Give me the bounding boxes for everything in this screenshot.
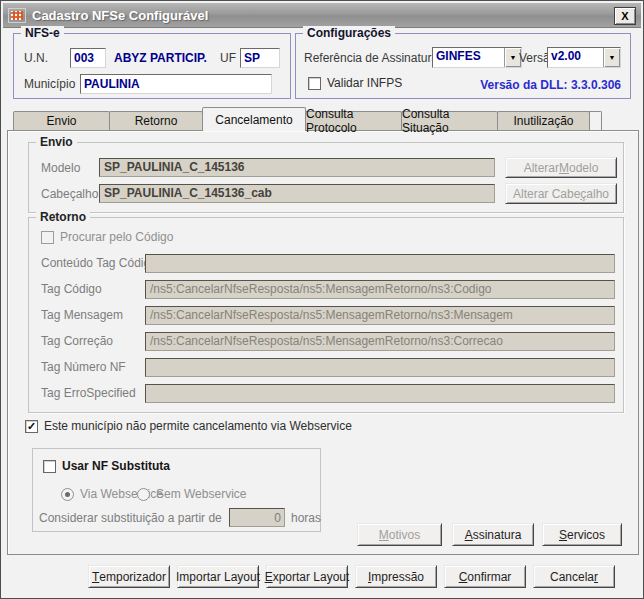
tag-mensagem-field: /ns5:CancelarNfseResposta/ns5:MensagemRe…	[145, 306, 615, 325]
envio-group: Envio Modelo SP_PAULINIA_C_145136 Altera…	[28, 142, 624, 213]
tag-errospecified-field	[145, 384, 615, 403]
nfse-group-legend: NFS-e	[21, 26, 64, 40]
tab-label: Consulta Protocolo	[306, 107, 401, 135]
close-button[interactable]: X	[614, 7, 636, 25]
tag-correcao-field: /ns5:CancelarNfseResposta/ns5:MensagemRe…	[145, 332, 615, 351]
checkbox-box	[308, 77, 321, 90]
motivos-button: Motivos	[357, 523, 442, 546]
config-group-legend: Configurações	[303, 26, 395, 40]
exportar-layout-button[interactable]: Exportar Layout	[266, 565, 348, 588]
alterar-cabecalho-button: Alterar Cabeçalho	[505, 183, 617, 204]
servicos-button[interactable]: Servicos	[542, 523, 622, 546]
hours-input	[229, 508, 285, 527]
validar-infps-label: Validar INFPS	[327, 76, 402, 90]
radio-circle	[61, 488, 74, 501]
importar-layout-button[interactable]: Importar Layout	[177, 565, 259, 588]
tab-cancelamento[interactable]: Cancelamento	[202, 107, 306, 131]
participant-label: ABYZ PARTICIP.	[114, 51, 207, 65]
tag-errospecified-label: Tag ErroSpecified	[41, 386, 136, 400]
window-title: Cadastro NFSe Configurável	[32, 8, 208, 23]
dropdown-arrow-glyph: ▼	[510, 54, 517, 61]
versao-value: v2.00	[548, 48, 603, 67]
nf-substituta-group: Usar NF Substituta Via Webservice Sem We…	[32, 448, 321, 532]
tag-correcao-label: Tag Correção	[41, 334, 113, 348]
retorno-group-legend: Retorno	[36, 210, 90, 224]
sem-webservice-radio: Sem Webservice	[137, 487, 246, 501]
tab-strip-edge	[589, 111, 602, 130]
dialog-window: Cadastro NFSe Configurável X NFS-e U.N. …	[0, 0, 644, 599]
usar-nf-substituta-label: Usar NF Substituta	[62, 459, 170, 473]
tab-retorno[interactable]: Retorno	[109, 111, 203, 130]
no-cancel-webservice-checkbox[interactable]: ✓ Este município não permite cancelament…	[25, 419, 352, 433]
check-icon: ✓	[27, 421, 36, 432]
dropdown-arrow-glyph: ▼	[609, 54, 616, 61]
confirmar-button[interactable]: Confirmar	[444, 565, 526, 588]
checkbox-box	[43, 460, 56, 473]
municipio-input[interactable]	[80, 74, 272, 94]
tag-mensagem-label: Tag Mensagem	[41, 308, 123, 322]
checkbox-box	[41, 231, 54, 244]
referencia-combobox[interactable]: GINFES ▼	[432, 47, 522, 68]
versao-combobox[interactable]: v2.00 ▼	[547, 47, 621, 68]
tag-numero-nf-field	[145, 358, 615, 377]
un-label: U.N.	[24, 51, 48, 65]
tab-label: Consulta Situação	[402, 107, 497, 135]
un-input[interactable]	[70, 48, 106, 68]
referencia-label: Referência de Assinatura	[304, 51, 438, 65]
app-icon	[8, 8, 26, 23]
checkbox-box: ✓	[25, 420, 38, 433]
procurar-codigo-checkbox: Procurar pelo Código	[41, 230, 173, 244]
alterar-modelo-button: Alterar Modelo	[505, 157, 617, 178]
conteudo-tag-codigo-label: Conteúdo Tag Código	[41, 256, 157, 270]
impressao-button[interactable]: Impressão	[355, 565, 437, 588]
dll-version-text: Versão da DLL: 3.3.0.306	[480, 78, 621, 92]
sem-webservice-label: Sem Webservice	[156, 487, 246, 501]
cancelamento-tab-page: Envio Modelo SP_PAULINIA_C_145136 Altera…	[7, 130, 639, 555]
uf-label: UF	[220, 51, 236, 65]
tab-strip: Envio Retorno Cancelamento Consulta Prot…	[13, 108, 602, 131]
tab-label: Inutilização	[513, 114, 573, 128]
envio-group-legend: Envio	[36, 135, 77, 149]
cancelar-button[interactable]: Cancelar	[533, 565, 615, 588]
nfse-group: NFS-e U.N. ABYZ PARTICIP. UF Município	[13, 33, 291, 99]
tab-label: Cancelamento	[215, 113, 292, 127]
close-icon: X	[621, 10, 628, 22]
referencia-value: GINFES	[433, 48, 504, 67]
modelo-label: Modelo	[41, 161, 80, 175]
bottom-button-bar: Temporizador Importar Layout Exportar La…	[1, 555, 643, 599]
tag-codigo-field: /ns5:CancelarNfseResposta/ns5:MensagemRe…	[145, 280, 615, 299]
config-group: Configurações Referência de Assinatura G…	[295, 33, 631, 99]
chevron-down-icon[interactable]: ▼	[603, 48, 620, 67]
validar-infps-checkbox[interactable]: Validar INFPS	[308, 76, 402, 90]
cabecalho-field: SP_PAULINIA_C_145136_cab	[99, 184, 495, 203]
temporizador-button[interactable]: Temporizador	[88, 565, 170, 588]
procurar-codigo-label: Procurar pelo Código	[60, 230, 173, 244]
retorno-group: Retorno Procurar pelo Código Conteúdo Ta…	[28, 217, 624, 413]
municipio-label: Município	[24, 77, 75, 91]
tab-label: Envio	[46, 114, 76, 128]
tab-envio[interactable]: Envio	[13, 111, 110, 130]
modelo-field: SP_PAULINIA_C_145136	[99, 158, 495, 177]
usar-nf-substituta-checkbox[interactable]: Usar NF Substituta	[43, 459, 170, 473]
tag-codigo-label: Tag Código	[41, 282, 102, 296]
radio-circle	[137, 488, 150, 501]
tab-inutilizacao[interactable]: Inutilização	[497, 111, 590, 130]
conteudo-tag-codigo-field	[145, 254, 615, 273]
cabecalho-label: Cabeçalho	[41, 187, 98, 201]
horas-label: horas	[291, 511, 321, 525]
considerar-label: Considerar substituição a partir de	[39, 511, 222, 525]
tab-consulta-protocolo[interactable]: Consulta Protocolo	[305, 111, 402, 130]
no-cancel-webservice-label: Este município não permite cancelamento …	[44, 419, 352, 433]
uf-input[interactable]	[240, 48, 280, 68]
tag-numero-nf-label: Tag Número NF	[41, 360, 126, 374]
assinatura-button[interactable]: Assinatura	[452, 523, 534, 546]
tab-label: Retorno	[135, 114, 178, 128]
tab-consulta-situacao[interactable]: Consulta Situação	[401, 111, 498, 130]
title-bar[interactable]: Cadastro NFSe Configurável X	[3, 3, 641, 28]
